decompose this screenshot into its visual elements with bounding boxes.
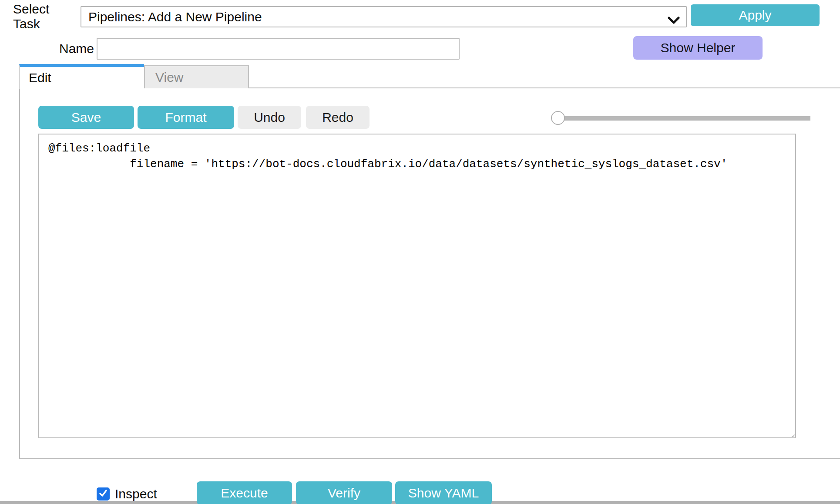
pipeline-editor-page: Select Task Pipelines: Add a New Pipelin… [0, 0, 840, 504]
inspect-checkbox[interactable] [97, 487, 110, 501]
execute-button[interactable]: Execute [197, 481, 292, 504]
format-button[interactable]: Format [138, 106, 234, 129]
name-input[interactable] [97, 38, 460, 60]
chevron-down-icon [668, 13, 680, 28]
zoom-slider-track[interactable] [558, 116, 810, 121]
show-yaml-button[interactable]: Show YAML [395, 481, 492, 504]
task-select-value: Pipelines: Add a New Pipeline [88, 10, 262, 24]
select-task-label: Select Task [13, 6, 75, 27]
undo-button[interactable]: Undo [238, 106, 301, 129]
tab-view[interactable]: View [144, 65, 249, 88]
task-select[interactable]: Pipelines: Add a New Pipeline [81, 6, 687, 27]
inspect-label: Inspect [115, 484, 157, 504]
pipeline-code-textarea[interactable]: @files:loadfile filename = 'https://bot-… [38, 134, 796, 438]
tab-edit[interactable]: Edit [19, 64, 144, 89]
zoom-slider-thumb[interactable] [551, 111, 565, 125]
apply-button[interactable]: Apply [691, 4, 820, 26]
redo-button[interactable]: Redo [306, 106, 370, 129]
save-button[interactable]: Save [38, 106, 134, 129]
verify-button[interactable]: Verify [296, 481, 392, 504]
show-helper-button[interactable]: Show Helper [633, 36, 763, 60]
checkmark-icon [98, 488, 108, 500]
name-label: Name [52, 38, 94, 60]
